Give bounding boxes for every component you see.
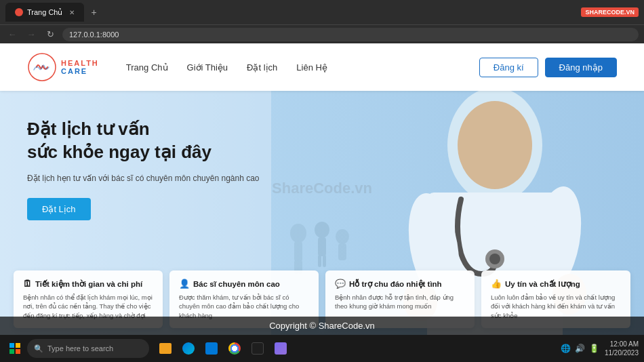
feature-icon-3: 👍 bbox=[491, 279, 502, 289]
feature-icon-2: 💬 bbox=[335, 279, 346, 289]
logo-text-care: CARE bbox=[61, 67, 99, 75]
system-icons: 🌐 🔊 🔋 bbox=[561, 344, 599, 353]
am-pm: AM bbox=[628, 340, 639, 348]
battery-icon: 🔋 bbox=[589, 344, 599, 353]
chrome-icon bbox=[228, 342, 241, 355]
logo-icon bbox=[27, 52, 57, 82]
win-logo-q3 bbox=[9, 349, 14, 354]
address-bar: ← → ↻ 127.0.0.1:8000 bbox=[0, 24, 644, 43]
taskbar-apps bbox=[155, 338, 291, 359]
win-logo-q1 bbox=[9, 343, 14, 348]
windows-logo-icon bbox=[9, 343, 20, 354]
svg-rect-12 bbox=[294, 241, 302, 262]
reload-button[interactable]: ↻ bbox=[43, 29, 57, 39]
terminal-icon bbox=[251, 342, 264, 355]
tab-close-button[interactable]: ✕ bbox=[69, 9, 75, 16]
feature-icon-0: 🗓 bbox=[23, 279, 32, 289]
svg-point-19 bbox=[336, 229, 349, 244]
logo-area: HEALTH CARE bbox=[27, 52, 99, 82]
feature-title-text-2: Hỗ trợ chu đáo nhiệt tình bbox=[349, 279, 442, 289]
webpage: HEALTH CARE Trang Chủ Giới Thiệu Đặt lịc… bbox=[0, 43, 644, 335]
nav-about[interactable]: Giới Thiệu bbox=[187, 62, 228, 73]
start-button[interactable] bbox=[5, 339, 24, 358]
taskbar-app-terminal[interactable] bbox=[247, 338, 268, 359]
search-placeholder: Type here to search bbox=[47, 344, 113, 353]
register-button[interactable]: Đăng kí bbox=[479, 58, 538, 77]
nav-contact[interactable]: Liên Hệ bbox=[296, 62, 327, 73]
svg-point-15 bbox=[315, 222, 329, 238]
vscode-icon bbox=[205, 342, 218, 355]
feature-title-text-1: Bác sĩ chuyên môn cao bbox=[193, 280, 280, 288]
hero-content: Đặt lịch tư vấn sức khỏe ngay tại đây Đặ… bbox=[0, 91, 290, 247]
taskbar-app-chrome[interactable] bbox=[224, 338, 245, 359]
time-display: 12:00 bbox=[610, 340, 628, 348]
address-field[interactable]: 127.0.0.1:8000 bbox=[62, 28, 639, 41]
nav-booking[interactable]: Đặt lịch bbox=[247, 62, 277, 73]
svg-rect-17 bbox=[318, 255, 321, 267]
svg-point-11 bbox=[290, 224, 306, 243]
svg-point-4 bbox=[458, 101, 532, 189]
feature-title-text-3: Uy tín và chất lượng bbox=[505, 279, 580, 289]
taskbar: 🔍 Type here to search 🌐 🔊 🔋 12 bbox=[0, 335, 644, 362]
taskbar-app-store[interactable] bbox=[270, 338, 291, 359]
navbar: HEALTH CARE Trang Chủ Giới Thiệu Đặt lịc… bbox=[0, 43, 644, 91]
taskbar-app-explorer[interactable] bbox=[155, 338, 176, 359]
svg-rect-16 bbox=[318, 237, 326, 256]
clock: 12:00 AM 11/20/2023 bbox=[605, 340, 639, 357]
win-logo-q4 bbox=[16, 349, 20, 354]
hero-section: ShareCode.vn Đặt lịch tư vấn sức khỏe ng… bbox=[0, 91, 644, 335]
back-button[interactable]: ← bbox=[5, 29, 19, 39]
feature-title-text-0: Tiết kiệm thời gian và chi phí bbox=[35, 279, 142, 289]
feature-title-3: 👍 Uy tín và chất lượng bbox=[491, 279, 621, 289]
login-button[interactable]: Đăng nhập bbox=[545, 58, 617, 77]
copyright-bar: Copyright © ShareCode.vn bbox=[0, 317, 644, 335]
sharecode-corner: SHARECODE.VN bbox=[581, 7, 639, 17]
hero-title: Đặt lịch tư vấn sức khỏe ngay tại đây bbox=[27, 118, 263, 164]
tab-title: Trang Chủ bbox=[27, 8, 62, 17]
hero-title-line2: sức khỏe ngay tại đây bbox=[27, 142, 212, 162]
copyright-text: Copyright © ShareCode.vn bbox=[269, 321, 375, 331]
svg-rect-20 bbox=[338, 243, 346, 260]
sharecode-badge: SHARECODE.VN bbox=[581, 7, 639, 17]
new-tab-button[interactable]: + bbox=[87, 7, 100, 18]
book-appointment-button[interactable]: Đặt Lịch bbox=[27, 198, 91, 220]
browser-titlebar: Trang Chủ ✕ + SHARECODE.VN bbox=[0, 0, 644, 24]
volume-icon: 🔊 bbox=[575, 344, 585, 353]
taskbar-search[interactable]: 🔍 Type here to search bbox=[27, 339, 149, 358]
svg-point-6 bbox=[489, 254, 500, 264]
active-tab[interactable]: Trang Chủ ✕ bbox=[5, 3, 84, 22]
clock-time: 12:00 AM bbox=[605, 340, 639, 348]
explorer-icon bbox=[159, 343, 172, 354]
nav-home[interactable]: Trang Chủ bbox=[126, 62, 168, 73]
clock-date: 11/20/2023 bbox=[605, 348, 639, 357]
feature-title-2: 💬 Hỗ trợ chu đáo nhiệt tình bbox=[335, 279, 465, 289]
forward-button[interactable]: → bbox=[24, 29, 38, 39]
feature-title-0: 🗓 Tiết kiệm thời gian và chi phí bbox=[23, 279, 153, 289]
tab-favicon-icon bbox=[15, 8, 23, 16]
hero-title-line1: Đặt lịch tư vấn bbox=[27, 119, 150, 139]
browser-tabs: Trang Chủ ✕ + bbox=[5, 3, 577, 22]
feature-title-1: 👤 Bác sĩ chuyên môn cao bbox=[179, 279, 309, 289]
feature-text-2: Bệnh nhân được hỗ trợ tận tình, đáp ứng … bbox=[335, 293, 465, 311]
logo-text-health: HEALTH bbox=[61, 59, 99, 67]
svg-rect-18 bbox=[323, 255, 326, 267]
edge-icon bbox=[182, 342, 195, 355]
taskbar-app-vscode[interactable] bbox=[201, 338, 222, 359]
address-text: 127.0.0.1:8000 bbox=[69, 31, 119, 39]
nav-buttons: Đăng kí Đăng nhập bbox=[479, 58, 617, 77]
store-icon bbox=[275, 342, 287, 355]
feature-icon-1: 👤 bbox=[179, 279, 190, 289]
hero-subtitle: Đặt lịch hẹn tư vấn với bác sĩ có chuyên… bbox=[27, 172, 263, 184]
search-icon: 🔍 bbox=[34, 344, 43, 353]
taskbar-app-edge[interactable] bbox=[178, 338, 199, 359]
nav-links: Trang Chủ Giới Thiệu Đặt lịch Liên Hệ bbox=[126, 62, 479, 73]
win-logo-q2 bbox=[16, 343, 20, 348]
network-icon: 🌐 bbox=[561, 344, 571, 353]
taskbar-right: 🌐 🔊 🔋 12:00 AM 11/20/2023 bbox=[561, 340, 639, 357]
